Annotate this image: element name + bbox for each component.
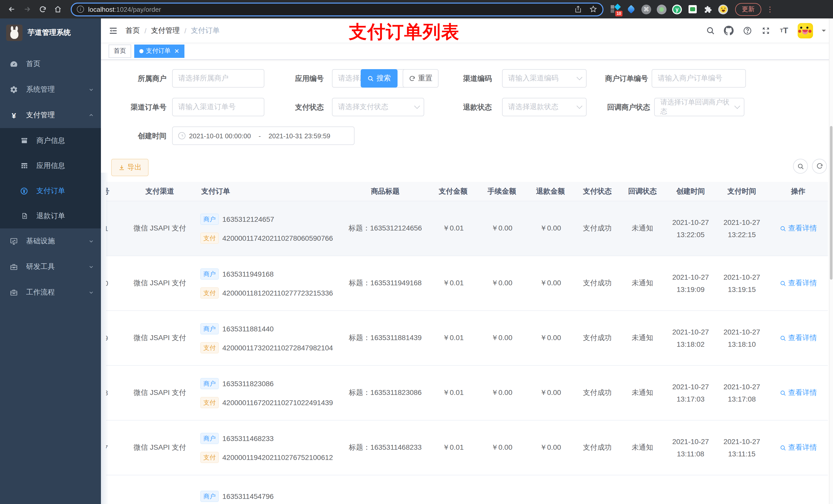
pay-submenu: 商户信息 应用信息 支付订单 bbox=[0, 128, 101, 229]
breadcrumb-home[interactable]: 首页 bbox=[125, 26, 140, 35]
view-detail-link[interactable]: 查看详情 bbox=[780, 388, 817, 398]
column-header-ctime: 创建时间 bbox=[665, 182, 716, 201]
sidebar-item-merchant-info[interactable]: 商户信息 bbox=[0, 128, 101, 153]
bookmark-star-icon[interactable] bbox=[589, 5, 597, 13]
table-row[interactable]: 121 微信 JSAPI 支付 商户1635312124657 支付420000… bbox=[106, 201, 828, 256]
date-end[interactable]: 2021-10-31 23:59:59 bbox=[268, 132, 330, 140]
cell-fee: ￥0.00 bbox=[477, 366, 526, 420]
sidebar-item-home[interactable]: 首页 bbox=[0, 51, 101, 77]
extension-green-dot-icon[interactable] bbox=[657, 4, 667, 14]
avatar-caret-icon[interactable] bbox=[822, 29, 826, 33]
help-icon[interactable] bbox=[742, 26, 752, 35]
window-scrollbar[interactable] bbox=[829, 19, 833, 504]
breadcrumb-pay[interactable]: 支付管理 bbox=[151, 26, 180, 35]
site-info-icon[interactable]: i bbox=[77, 6, 84, 13]
url-text[interactable]: localhost:1024/pay/order bbox=[88, 5, 161, 13]
cell-channel: 微信 JSAPI 支付 bbox=[126, 421, 193, 475]
page: i localhost:1024/pay/order 10 ⌘ bbox=[0, 0, 833, 504]
extension-chat-icon[interactable] bbox=[688, 4, 697, 14]
cell-refund: ￥0.00 bbox=[526, 311, 575, 365]
table-row[interactable]: 118 微信 JSAPI 支付 商户1635311823086 支付420000… bbox=[106, 366, 828, 421]
sidebar-item-refund-order[interactable]: 退款订单 bbox=[0, 203, 101, 229]
cell-id: 121 bbox=[106, 201, 126, 256]
cell-action: 查看详情 bbox=[767, 201, 828, 256]
view-detail-link[interactable]: 查看详情 bbox=[780, 443, 817, 452]
create-time-range-picker[interactable]: 2021-10-01 00:00:00 - 2021-10-31 23:59:5… bbox=[172, 126, 355, 145]
share-icon[interactable] bbox=[574, 5, 582, 13]
channel-order-no-input[interactable]: 请输入渠道订单号 bbox=[172, 98, 264, 116]
view-detail-link[interactable]: 查看详情 bbox=[780, 333, 817, 343]
cell-amount: ￥0.01 bbox=[429, 366, 477, 420]
sidebar-item-pay[interactable]: ¥ 支付管理 bbox=[0, 102, 101, 128]
extension-command-icon[interactable]: ⌘ bbox=[641, 4, 651, 14]
cell-pay-status: 支付成功 bbox=[575, 421, 620, 475]
extension-blocks-icon[interactable]: 10 bbox=[611, 4, 620, 14]
address-bar[interactable]: i localhost:1024/pay/order bbox=[71, 2, 603, 16]
sidebar-item-infra[interactable]: 基础设施 bbox=[0, 229, 101, 254]
user-avatar[interactable] bbox=[798, 23, 813, 38]
document-icon bbox=[20, 212, 28, 220]
date-start[interactable]: 2021-10-01 00:00:00 bbox=[189, 132, 251, 140]
cell-pay-time bbox=[716, 475, 767, 504]
column-header-amount: 支付金额 bbox=[429, 182, 477, 201]
browser-menu-icon[interactable]: ⋮ bbox=[766, 5, 774, 13]
owner-input[interactable]: 请选择所属商户 bbox=[172, 69, 264, 88]
cell-refund: ￥0.00 bbox=[526, 366, 575, 420]
cell-create-time: 2021-10-2713:22:05 bbox=[665, 201, 716, 256]
browser-forward-icon[interactable] bbox=[21, 3, 34, 16]
cell-id: 119 bbox=[106, 311, 126, 365]
export-button[interactable]: 导出 bbox=[111, 159, 148, 176]
extension-kite-icon[interactable] bbox=[626, 4, 636, 14]
table-row[interactable]: 120 微信 JSAPI 支付 商户1635311949168 支付420000… bbox=[106, 256, 828, 311]
sidebar-item-label: 系统管理 bbox=[26, 85, 55, 94]
callback-status-select[interactable]: 请选择订单回调商户状态 bbox=[654, 98, 744, 116]
github-icon[interactable] bbox=[724, 26, 734, 35]
sidebar-item-label: 首页 bbox=[26, 59, 41, 69]
logo-row[interactable]: 芋道管理系统 bbox=[0, 19, 101, 47]
sidebar-item-pay-order[interactable]: 支付订单 bbox=[0, 178, 101, 203]
app-title: 芋道管理系统 bbox=[28, 28, 71, 38]
filter-label-pay-status: 支付状态 bbox=[260, 98, 324, 116]
table-row[interactable]: 117 微信 JSAPI 支付 商户1635311468233 支付420000… bbox=[106, 421, 828, 475]
cell-pay-order: 商户1635311468233 支付4200001194202110276752… bbox=[193, 421, 342, 475]
cell-id: 117 bbox=[106, 421, 126, 475]
cell-pay-time: 2021-10-2713:17:08 bbox=[716, 366, 767, 420]
hide-search-button[interactable] bbox=[793, 159, 808, 174]
cell-title bbox=[342, 475, 429, 504]
tag-pay-order[interactable]: 支付订单 ✕ bbox=[134, 44, 185, 57]
cell-create-time: 2021-10-2713:17:03 bbox=[665, 366, 716, 420]
sidebar-item-devtools[interactable]: 研发工具 bbox=[0, 254, 101, 280]
sidebar-item-workflow[interactable]: 工作流程 bbox=[0, 280, 101, 305]
extension-emoji-icon[interactable] bbox=[718, 4, 728, 14]
search-icon[interactable] bbox=[706, 26, 715, 35]
date-separator: - bbox=[254, 132, 265, 140]
cell-pay-status: 支付成功 bbox=[575, 201, 620, 256]
fullscreen-icon[interactable] bbox=[761, 26, 770, 35]
scrollbar-thumb[interactable] bbox=[830, 126, 832, 280]
sidebar-collapse-icon[interactable] bbox=[108, 25, 118, 35]
table-row[interactable]: 119 微信 JSAPI 支付 商户1635311881440 支付420000… bbox=[106, 311, 828, 366]
browser-update-button[interactable]: 更新 bbox=[735, 3, 761, 16]
merchant-order-no-input[interactable]: 请输入商户订单编号 bbox=[652, 69, 746, 88]
sidebar-item-system[interactable]: 系统管理 bbox=[0, 77, 101, 102]
browser-reload-icon[interactable] bbox=[36, 3, 49, 16]
refresh-button[interactable] bbox=[812, 159, 827, 174]
font-size-icon[interactable]: TT bbox=[779, 26, 789, 35]
tag-home[interactable]: 首页 bbox=[109, 44, 131, 57]
reset-button[interactable]: 重置 bbox=[403, 69, 438, 88]
sidebar-item-label: 工作流程 bbox=[26, 288, 55, 297]
extensions-puzzle-icon[interactable] bbox=[703, 4, 713, 14]
table-row[interactable]: 商户1635311454796 bbox=[106, 475, 828, 504]
browser-back-icon[interactable] bbox=[5, 3, 19, 16]
view-detail-link[interactable]: 查看详情 bbox=[780, 224, 817, 233]
extension-y-icon[interactable] bbox=[672, 4, 682, 14]
view-detail-link[interactable]: 查看详情 bbox=[780, 279, 817, 288]
pay-status-select[interactable]: 请选择支付状态 bbox=[332, 98, 424, 116]
search-button[interactable]: 搜索搜索 bbox=[361, 69, 398, 88]
cell-action bbox=[767, 475, 828, 504]
browser-home-icon[interactable] bbox=[51, 3, 65, 16]
pay-tag: 支付 bbox=[200, 452, 219, 463]
navbar: 首页 / 支付管理 / 支付订单 支付订单列表 bbox=[101, 19, 833, 43]
sidebar-item-app-info[interactable]: 应用信息 bbox=[0, 153, 101, 178]
close-icon[interactable]: ✕ bbox=[174, 47, 179, 54]
